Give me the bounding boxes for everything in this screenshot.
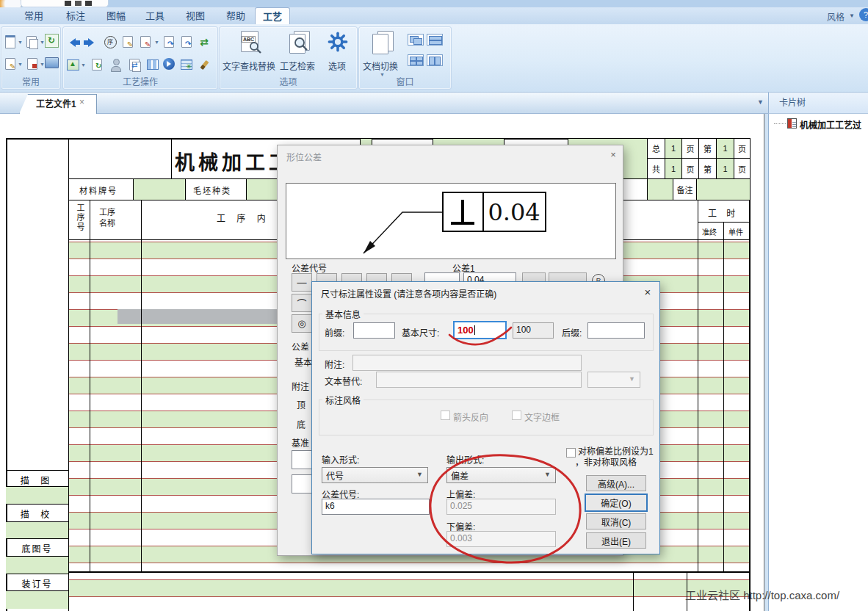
sign-manage-button[interactable] xyxy=(109,57,123,72)
basic-size-label: 基本尺寸: xyxy=(402,326,439,339)
left-label-cell[interactable]: 描 图 xyxy=(6,470,68,487)
sequence-button[interactable]: 序 xyxy=(103,35,117,49)
ribbon-tab-gongju[interactable]: 工具 xyxy=(136,7,174,24)
col-header-hours: 工 时 xyxy=(708,206,739,219)
quick-access-icon[interactable] xyxy=(65,1,71,6)
process-search-label[interactable]: 工艺检索 xyxy=(280,59,315,72)
tree-item-card[interactable]: 机械加工工艺过 xyxy=(773,117,868,130)
page-cell[interactable]: 1 xyxy=(716,159,734,178)
output-form-combo[interactable]: 偏差▼ xyxy=(446,467,556,483)
symbol-straightness-button[interactable]: — xyxy=(292,273,312,292)
style-menu[interactable]: 风格 xyxy=(827,10,845,23)
edit-card-button[interactable]: ✎ xyxy=(120,35,135,49)
fill-card-button[interactable]: ✎ xyxy=(138,35,153,49)
cascade-windows-button[interactable] xyxy=(408,34,424,46)
note-field[interactable] xyxy=(352,355,582,371)
refresh-button[interactable]: ↻ xyxy=(44,33,59,48)
remark-green-cell[interactable] xyxy=(648,179,673,200)
quick-access-icon[interactable] xyxy=(75,1,82,6)
symbol-arc-button[interactable]: ⌒ xyxy=(292,294,312,312)
document-tab[interactable]: 工艺文件1 xyxy=(19,94,97,114)
next-card-button[interactable] xyxy=(84,35,98,50)
arrow-reverse-checkbox[interactable] xyxy=(441,411,450,420)
import-card-button[interactable]: ↷ xyxy=(162,35,176,49)
doc-switch-label[interactable]: 文档切换 xyxy=(363,59,398,72)
help-icon[interactable]: ? xyxy=(859,8,868,21)
symbol-concentric-button[interactable]: ◎ xyxy=(292,314,312,333)
ribbon-tab-biaozhu[interactable]: 标注 xyxy=(57,7,95,24)
refresh-docs-button[interactable]: ↻ xyxy=(90,57,104,72)
swap-cards-button[interactable]: ⇄ xyxy=(197,35,211,49)
page-cell[interactable]: 1 xyxy=(665,159,681,178)
close-icon[interactable]: × xyxy=(640,286,656,299)
advanced-button[interactable]: 高级(A)... xyxy=(586,475,646,491)
tolerance-preview-drawing: 0.04 xyxy=(286,184,615,258)
vsplit-icon xyxy=(435,57,441,65)
input-form-value: 代号 xyxy=(326,471,344,482)
panel-collapse-icon[interactable]: ▼ xyxy=(757,98,764,106)
left-label-cell[interactable]: 底图号 xyxy=(6,539,68,557)
export-card-button[interactable]: ↷ xyxy=(179,35,194,49)
text-frame-checkbox[interactable] xyxy=(512,411,521,420)
remark-green-cell[interactable] xyxy=(696,179,750,200)
swap-arrows-icon: ⇄ xyxy=(200,36,209,48)
chevron-down-icon[interactable]: ▼ xyxy=(154,40,159,45)
strip-field[interactable] xyxy=(292,450,312,469)
tolerance-code-field[interactable]: k6 xyxy=(322,499,430,515)
cycle-docs-button[interactable]: ⇄ xyxy=(128,57,142,72)
document-tab-close-icon[interactable]: × xyxy=(79,97,84,107)
paste-button[interactable] xyxy=(3,35,18,49)
ok-button[interactable]: 确定(O) xyxy=(585,494,648,512)
page-cell[interactable]: 1 xyxy=(665,139,681,158)
layout-grid-button[interactable] xyxy=(145,57,160,72)
basic-size-field[interactable]: 100 xyxy=(453,321,507,339)
quick-access-icon[interactable] xyxy=(85,1,92,6)
chevron-down-icon[interactable]: ▼ xyxy=(380,72,385,77)
close-icon[interactable]: × xyxy=(605,149,621,162)
table-tools-button[interactable]: ✳ xyxy=(179,57,194,72)
exit-button[interactable]: 退出(E) xyxy=(586,532,646,549)
chevron-down-icon[interactable]: ▼ xyxy=(18,62,23,67)
prev-card-button[interactable] xyxy=(65,35,80,50)
split-horizontal-button[interactable] xyxy=(427,34,443,46)
copy-button[interactable] xyxy=(25,35,40,49)
ribbon-tab-gongyi[interactable]: 工艺 xyxy=(255,7,290,24)
ribbon-tab-bangzhu[interactable]: 帮助 xyxy=(217,7,255,24)
strip-field[interactable] xyxy=(292,474,312,494)
edit-doc-button[interactable]: ✎ xyxy=(3,57,18,71)
stamp-doc-button[interactable] xyxy=(25,57,40,71)
left-label-cell[interactable]: 描 校 xyxy=(6,505,68,522)
document-tab-label: 工艺文件1 xyxy=(36,99,76,109)
input-form-combo[interactable]: 代号▼ xyxy=(322,467,428,483)
group-label-process-ops: 工艺操作 xyxy=(63,75,217,87)
ribbon-tab-tufu[interactable]: 图幅 xyxy=(97,7,135,24)
split-vertical-button[interactable] xyxy=(427,54,443,66)
prefix-field[interactable] xyxy=(353,322,395,339)
vsplit-icon xyxy=(429,57,435,65)
brush-button[interactable] xyxy=(197,57,211,72)
chevron-down-icon[interactable]: ▼ xyxy=(81,62,86,68)
ribbon-tab-shitu[interactable]: 视图 xyxy=(176,7,214,24)
find-replace-label[interactable]: 文字查找替换 xyxy=(223,59,275,72)
material-green-cell[interactable] xyxy=(134,179,185,200)
tile-windows-button[interactable] xyxy=(408,54,424,66)
text-replace-field[interactable] xyxy=(376,372,582,388)
import-table-button[interactable]: ▲ xyxy=(65,57,80,72)
lower-deviation-field[interactable]: 0.003 xyxy=(446,531,556,547)
suffix-field[interactable] xyxy=(587,322,645,339)
card-title[interactable]: 机械加工工 xyxy=(175,147,292,176)
chevron-down-icon[interactable]: ▼ xyxy=(849,12,855,19)
page-cell: 第 xyxy=(698,159,716,178)
display-settings-button[interactable] xyxy=(44,55,59,70)
page-cell[interactable]: 1 xyxy=(716,139,734,158)
play-button[interactable] xyxy=(162,57,176,71)
text-replace-combo[interactable]: ▼ xyxy=(587,372,640,388)
card-tree-panel-header[interactable]: 卡片树 xyxy=(768,93,868,114)
options-label[interactable]: 选项 xyxy=(328,59,346,72)
upper-deviation-field[interactable]: 0.025 xyxy=(446,499,556,515)
ribbon-tab-changyong[interactable]: 常用 xyxy=(15,7,53,24)
left-label-cell[interactable]: 装订号 xyxy=(6,574,68,591)
basic-size-field2[interactable]: 100 xyxy=(513,322,554,339)
chevron-down-icon[interactable]: ▼ xyxy=(18,40,23,45)
cancel-button[interactable]: 取消(C) xyxy=(586,513,646,529)
